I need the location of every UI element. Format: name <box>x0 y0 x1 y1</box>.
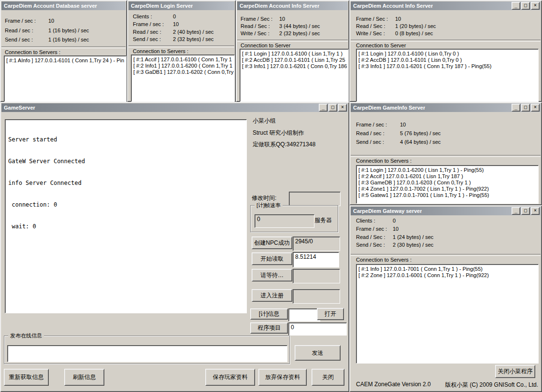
brand-line-3: 定做联系QQ:349271348 <box>253 140 315 149</box>
maximize-icon[interactable]: □ <box>328 104 337 112</box>
stat-value: 1 (24 bytes) / sec <box>393 234 433 240</box>
connection-item[interactable]: [ #:3 GameDB ] 127.0.0.1-6203 ( Conn 0,T… <box>358 180 538 186</box>
connection-item[interactable]: [ #:2 AccDB ] 127.0.0.1-6101 ( Lisn 0,Tr… <box>358 57 538 63</box>
minimize-icon[interactable]: _ <box>512 2 520 10</box>
enter-register-button[interactable]: 进入注册 <box>252 289 292 302</box>
connection-item[interactable]: [ #:2 Accif ] 127.0.0.1-6201 ( Lisn 1,Tr… <box>358 173 538 180</box>
stat-value: 2 (30 bytes) / sec <box>393 242 433 248</box>
publish-message-input[interactable] <box>7 345 287 362</box>
server-log-console[interactable]: Server started GateW Server Connected in… <box>5 119 247 313</box>
connection-item[interactable]: [ #:1 AInfo ] 127.0.0.1-6101 ( Conn 1,Tr… <box>6 57 126 64</box>
connection-item[interactable]: [ #:1 Login ] 127.0.0.1-6100 ( Lisn 1,Tr… <box>242 51 348 57</box>
minimize-icon[interactable]: _ <box>319 104 328 112</box>
account-database-titlebar[interactable]: CarpeDiem Account Database server <box>1 1 126 10</box>
login-server-titlebar[interactable]: CarpeDiem Login Server <box>128 1 234 10</box>
game-info-titlebar[interactable]: CarpeDiem GameInfo Server _ □ × <box>351 103 541 112</box>
log-line: Server started <box>8 136 243 143</box>
modify-time-label: 修改时间: <box>252 194 276 202</box>
connection-item[interactable]: [ #:4 Zone1 ] 127.0.0.1-7002 ( Lisn 1,Tr… <box>358 186 538 192</box>
maximize-icon[interactable]: □ <box>521 104 530 112</box>
connection-item[interactable]: [ #:1 Login ] 127.0.0.1-6200 ( Lisn 1,Tr… <box>358 167 538 173</box>
save-player-button[interactable]: 保存玩家资料 <box>205 369 255 386</box>
connections-listbox[interactable]: [ #:1 Info ] 127.0.0.1-7001 ( Conn 1,Try… <box>356 264 539 364</box>
connection-item[interactable]: [ #:5 Gatew1 ] 127.0.0.1-7001 ( Lisn 1,T… <box>358 192 538 198</box>
refresh-info-button[interactable]: 刷新信息 <box>64 369 104 386</box>
log-line: GateW Server Connected <box>8 158 243 165</box>
stat-value: 5 (76 bytes) / sec <box>400 130 441 136</box>
connection-item[interactable]: [ #:1 Accif ] 127.0.0.1-6100 ( Conn 1,Tr… <box>133 56 234 63</box>
stat-label: Frame / Sec : <box>356 16 388 22</box>
connection-item[interactable]: [ #:2 AccDB ] 127.0.0.1-6101 ( Lisn 1,Tr… <box>242 57 348 63</box>
connection-item[interactable]: [ #:3 Info1 ] 127.0.0.1-6201 ( Conn 0,Tr… <box>242 63 348 70</box>
minimize-icon[interactable]: _ <box>512 207 520 215</box>
separator <box>128 45 234 47</box>
please-wait-button[interactable]: 请等待… <box>252 269 292 281</box>
connections-listbox[interactable]: [ #:1 Login ] 127.0.0.1-6100 ( Lisn 0,Tr… <box>356 49 539 102</box>
modify-time-field[interactable] <box>289 192 341 206</box>
gateway-titlebar[interactable]: CarpeDiem Gateway server _ □ × <box>351 207 541 215</box>
publish-online-group-label: 发布在线信息 <box>8 332 44 339</box>
connection-item[interactable]: [ #:1 Info ] 127.0.0.1-7001 ( Conn 1,Try… <box>358 266 538 272</box>
connection-item[interactable]: [ #:2 Info1 ] 127.0.0.1-6200 ( Conn 1,Tr… <box>133 63 234 69</box>
please-wait-field[interactable] <box>293 269 340 283</box>
create-npc-button[interactable]: 创建NPC成功 <box>252 237 292 249</box>
log-line: connection: 0 <box>8 201 243 209</box>
stat-label: Clients : <box>356 218 375 224</box>
start-read-button[interactable]: 开始读取 <box>252 252 292 265</box>
stat-value: 3 (44 bytes) / sec <box>279 23 320 29</box>
publish-online-group: 发布在线信息 <box>4 336 290 364</box>
stat-value: 10 <box>173 21 179 27</box>
close-icon[interactable]: × <box>531 2 540 10</box>
close-icon[interactable]: × <box>531 207 540 215</box>
connection-item[interactable]: [ #:1 Login ] 127.0.0.1-6100 ( Lisn 0,Tr… <box>358 51 538 57</box>
game-server-titlebar[interactable]: GameServer _ □ × <box>1 103 348 112</box>
maximize-icon[interactable]: □ <box>521 207 530 215</box>
account-info-window-a: CarpeDiem Account Info Server Frame / Se… <box>236 0 349 102</box>
game-server-window: GameServer _ □ × Server started GateW Se… <box>0 102 349 392</box>
account-info-a-titlebar[interactable]: CarpeDiem Account Info Server <box>237 1 348 10</box>
connections-listbox[interactable]: [ #:1 Login ] 127.0.0.1-6200 ( Lisn 1,Tr… <box>356 165 539 204</box>
minimize-icon[interactable]: _ <box>512 104 520 112</box>
close-icon[interactable]: × <box>531 104 540 112</box>
stat-label: Send / Sec : <box>356 242 385 248</box>
discard-save-button[interactable]: 放弃保存资料 <box>258 369 307 386</box>
stat-label: Frame / Sec : <box>241 16 272 22</box>
account-info-b-titlebar[interactable]: CarpeDiem Account Info Server _ □ × <box>351 1 541 10</box>
connection-item[interactable]: [ #:2 Zone ] 127.0.0.1-6001 ( Conn 1,Try… <box>358 272 538 279</box>
account-info-window-b: CarpeDiem Account Info Server _ □ × Fram… <box>349 0 542 102</box>
refetch-info-button[interactable]: 重新获取信息 <box>4 369 49 386</box>
info-button[interactable]: [计]信息 <box>250 308 288 320</box>
create-npc-field[interactable]: 2945/0 <box>293 237 340 251</box>
log-line: wait: 0 <box>8 223 243 230</box>
stat-value: 10 <box>279 16 285 22</box>
stat-value: 1 (20 bytes) / sec <box>395 23 436 29</box>
close-button[interactable]: 关闭 <box>312 369 344 386</box>
window-title: CarpeDiem GameInfo Server <box>353 105 425 111</box>
maximize-icon[interactable]: □ <box>521 2 530 10</box>
gateway-window: CarpeDiem Gateway server _ □ × Clients :… <box>349 205 542 392</box>
close-icon[interactable]: × <box>338 104 347 112</box>
stat-label: Read / sec : <box>5 28 33 33</box>
enter-register-field[interactable] <box>293 289 340 304</box>
window-title: CarpeDiem Login Server <box>131 3 193 9</box>
connections-listbox[interactable]: [ #:1 Accif ] 127.0.0.1-6100 ( Conn 1,Tr… <box>131 55 235 102</box>
connections-listbox[interactable]: [ #:1 AInfo ] 127.0.0.1-6101 ( Conn 1,Tr… <box>4 56 127 102</box>
stat-value: 10 <box>400 122 406 127</box>
info-field[interactable] <box>288 308 320 322</box>
frame-rate-input[interactable]: 0 <box>255 214 314 228</box>
send-button[interactable]: 发送 <box>295 345 341 361</box>
stat-value: 0 <box>393 218 396 224</box>
separator <box>1 46 126 48</box>
program-item-button[interactable]: 程序项目 <box>250 322 288 334</box>
window-title: CarpeDiem Gateway server <box>353 208 422 214</box>
connection-item[interactable]: [ #:3 GaDB1 ] 127.0.0.1-6202 ( Conn 0,Tr… <box>133 69 234 75</box>
connection-item[interactable]: [ #:3 Info1 ] 127.0.0.1-6201 ( Conn 1,Tr… <box>358 63 538 70</box>
stat-label: Send / sec : <box>356 139 384 145</box>
connections-label: Connection to Servers : <box>356 158 412 164</box>
connections-listbox[interactable]: [ #:1 Login ] 127.0.0.1-6100 ( Lisn 1,Tr… <box>240 49 349 102</box>
close-app-button[interactable]: 关闭小菜程序 <box>495 365 535 378</box>
open-button[interactable]: 打开 <box>317 308 344 320</box>
start-read-field[interactable]: 8.51214 <box>293 252 339 267</box>
program-item-field[interactable]: 0 <box>288 322 347 336</box>
separator <box>237 40 348 42</box>
